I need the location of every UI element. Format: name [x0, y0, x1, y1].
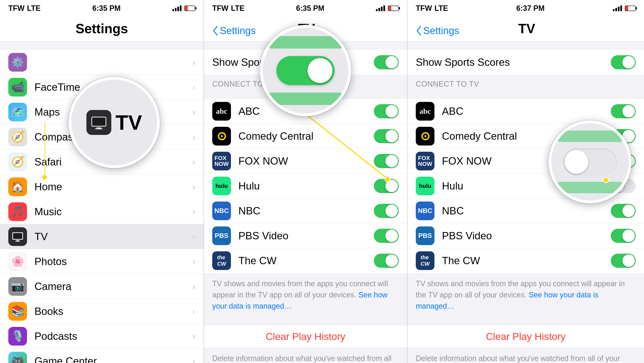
- photos-chevron: ›: [192, 256, 195, 267]
- connect-tv-header-right: CONNECT TO TV: [408, 75, 644, 90]
- battery-icon-1: [184, 5, 195, 11]
- pbs-toggle-right[interactable]: [611, 229, 636, 243]
- status-bar-1: TFW LTE 6:35 PM: [0, 0, 204, 16]
- settings-row-clipped[interactable]: ⚙️ ›: [0, 50, 204, 75]
- cw-toggle-right[interactable]: [611, 254, 636, 268]
- maps-chevron: ›: [192, 107, 195, 117]
- podcasts-label: Podcasts: [34, 330, 192, 342]
- comedy-toggle[interactable]: [374, 129, 399, 143]
- app-row-pbs[interactable]: PBS PBS Video: [204, 223, 407, 248]
- pbs-label-right: PBS Video: [442, 230, 611, 242]
- carrier-3: TFW: [416, 4, 432, 13]
- compass-chevron: ›: [192, 132, 195, 142]
- app-row-hulu[interactable]: hulu Hulu: [204, 174, 407, 198]
- compass-icon: 🧭: [8, 128, 27, 146]
- clear-history-button-right[interactable]: Clear Play History: [408, 325, 644, 348]
- settings-row-photos[interactable]: 🌸 Photos ›: [0, 249, 204, 274]
- network-1: LTE: [27, 4, 40, 13]
- status-left-3: TFW LTE: [416, 4, 448, 13]
- app-row-comedy[interactable]: ⊙ Comedy Central: [204, 124, 407, 149]
- pbs-label: PBS Video: [238, 230, 374, 242]
- home-chevron: ›: [192, 182, 195, 192]
- settings-row-music[interactable]: 🎵 Music ›: [0, 199, 204, 224]
- app-row-cw-right[interactable]: theCW The CW: [408, 248, 644, 273]
- abc-icon: abc: [212, 102, 231, 121]
- hulu-icon: hulu: [212, 177, 231, 195]
- music-chevron: ›: [192, 207, 195, 217]
- pbs-toggle[interactable]: [374, 229, 399, 243]
- app-row-nbc-right[interactable]: NBC NBC: [408, 198, 644, 223]
- photos-label: Photos: [34, 256, 192, 268]
- podcasts-icon: 🎙️: [8, 327, 27, 346]
- sports-scores-toggle-right[interactable]: [611, 55, 636, 69]
- nbc-knob: [386, 205, 398, 217]
- camera-chevron: ›: [192, 281, 195, 292]
- settings-list-2: 🎵 Music › TV ›: [0, 199, 204, 363]
- nbc-label: NBC: [238, 205, 374, 217]
- sports-scores-section-right: Show Sports Scores: [408, 50, 644, 75]
- settings-panel: TFW LTE 6:35 PM Settings: [0, 0, 204, 363]
- foxnow-toggle[interactable]: [374, 154, 399, 168]
- clear-history-button[interactable]: Clear Play History: [204, 325, 407, 348]
- page-title-3: TV: [459, 21, 594, 36]
- cw-toggle[interactable]: [374, 254, 399, 268]
- svg-rect-7: [95, 128, 102, 129]
- status-bar-3: TFW LTE 6:37 PM: [408, 0, 644, 16]
- clear-desc-text-right: Delete information about what you've wat…: [416, 354, 620, 363]
- app-row-pbs-right[interactable]: PBS PBS Video: [408, 223, 644, 248]
- settings-row-camera[interactable]: 📷 Camera ›: [0, 274, 204, 299]
- abc-icon-right: abc: [416, 102, 434, 121]
- settings-row-home[interactable]: 🏠 Home ›: [0, 174, 204, 199]
- status-left-1: TFW LTE: [8, 4, 40, 13]
- abc-toggle-right[interactable]: [611, 104, 636, 118]
- clipped-chevron: ›: [192, 57, 195, 67]
- svg-rect-5: [92, 117, 106, 126]
- signal-icon-3: [613, 5, 622, 11]
- facetime-icon: 📹: [8, 78, 27, 96]
- foxnow-knob: [386, 155, 398, 167]
- settings-row-gamecenter[interactable]: 🎮 Game Center ›: [0, 349, 204, 363]
- app-row-cw[interactable]: theCW The CW: [204, 248, 407, 273]
- settings-row-tv[interactable]: TV ›: [0, 224, 204, 249]
- music-icon: 🎵: [8, 202, 27, 221]
- yellow-line-1: [45, 122, 45, 175]
- nbc-toggle-right[interactable]: [611, 204, 636, 218]
- carrier-2: TFW: [212, 4, 228, 13]
- gamecenter-chevron: ›: [192, 356, 195, 363]
- cw-knob: [386, 255, 398, 267]
- abc-knob-right: [622, 105, 635, 117]
- battery-icon-3: [625, 5, 636, 11]
- back-button-2[interactable]: Settings: [212, 25, 256, 36]
- app-row-foxnow[interactable]: FOXNOW FOX NOW: [204, 149, 407, 174]
- nbc-icon-right: NBC: [416, 202, 434, 220]
- app-row-abc-right[interactable]: abc ABC: [408, 99, 644, 124]
- pbs-icon: PBS: [212, 226, 231, 245]
- nbc-toggle[interactable]: [374, 204, 399, 218]
- abc-toggle[interactable]: [374, 104, 399, 118]
- settings-row-books[interactable]: 📚 Books ›: [0, 299, 204, 324]
- nbc-icon: NBC: [212, 202, 231, 220]
- time-3: 6:37 PM: [516, 4, 544, 13]
- abc-knob: [386, 105, 398, 117]
- maps-icon: 🗺️: [8, 103, 27, 121]
- zoom-circle-panel2: [260, 25, 351, 116]
- status-right-3: [613, 5, 636, 11]
- foxnow-icon: FOXNOW: [212, 152, 231, 170]
- camera-label: Camera: [34, 280, 192, 293]
- gamecenter-label: Game Center: [34, 355, 192, 363]
- app-row-nbc[interactable]: NBC NBC: [204, 198, 407, 223]
- comedy-knob: [386, 130, 398, 142]
- sports-scores-row-right[interactable]: Show Sports Scores: [408, 50, 644, 75]
- back-button-3[interactable]: Settings: [416, 25, 459, 36]
- clear-description: Delete information about what you've wat…: [204, 348, 407, 363]
- connect-description-right: TV shows and movies from the apps you co…: [408, 273, 644, 317]
- pbs-knob-right: [622, 230, 635, 242]
- signal-icon-2: [376, 5, 385, 11]
- network-3: LTE: [434, 4, 448, 13]
- sports-scores-toggle[interactable]: [374, 55, 399, 69]
- tv-settings-panel: TFW LTE 6:35 PM Settings TV: [204, 0, 407, 363]
- settings-row-podcasts[interactable]: 🎙️ Podcasts ›: [0, 324, 204, 349]
- safari-chevron: ›: [192, 157, 195, 167]
- connect-description: TV shows and movies from the apps you co…: [204, 273, 407, 317]
- cw-icon-right: theCW: [416, 251, 434, 270]
